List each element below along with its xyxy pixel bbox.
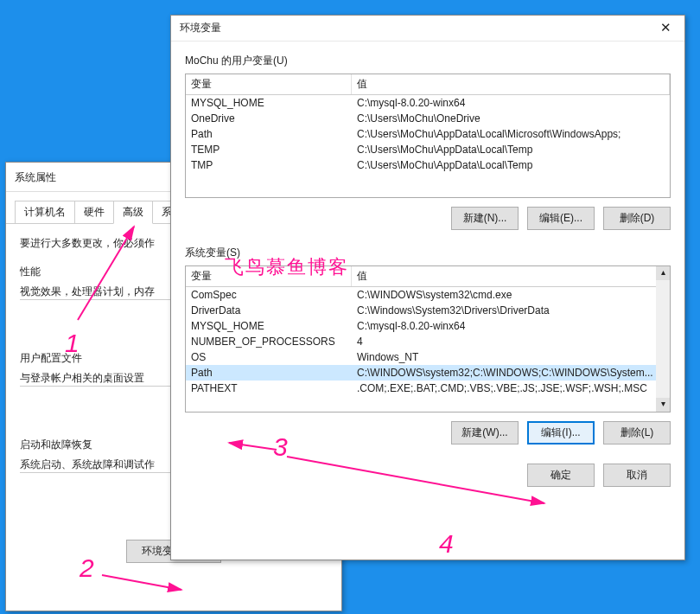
sys-vars-table[interactable]: 变量 值 ComSpecC:\WINDOWS\system32\cmd.exeD… [185,265,671,413]
sys-delete-button[interactable]: 删除(L) [603,421,671,445]
table-row[interactable]: PathC:\WINDOWS\system32;C:\WINDOWS;C:\WI… [186,365,670,381]
cell-var-name: NUMBER_OF_PROCESSORS [186,334,352,349]
cell-var-value: C:\Users\MoChu\OneDrive [352,111,670,126]
table-row[interactable]: MYSQL_HOMEC:\mysql-8.0.20-winx64 [186,318,670,334]
cell-var-name: TMP [186,157,352,173]
table-row[interactable]: MYSQL_HOMEC:\mysql-8.0.20-winx64 [186,95,670,111]
col-variable[interactable]: 变量 [186,266,352,286]
tab-computer-name[interactable]: 计算机名 [15,201,75,223]
user-vars-group-title: MoChu 的用户变量(U) [185,54,671,68]
table-row[interactable]: PATHEXT.COM;.EXE;.BAT;.CMD;.VBS;.VBE;.JS… [186,381,670,396]
cell-var-value: C:\WINDOWS\system32\cmd.exe [352,287,670,303]
dialog-title: 环境变量 [180,21,221,35]
user-delete-button[interactable]: 删除(D) [603,207,671,230]
user-edit-button[interactable]: 编辑(E)... [527,207,595,230]
cell-var-value: C:\Users\MoChu\AppData\Local\Temp [352,157,670,173]
cell-var-name: ComSpec [186,287,352,303]
col-variable[interactable]: 变量 [186,74,352,94]
cell-var-name: Path [186,365,352,381]
cell-var-value: .COM;.EXE;.BAT;.CMD;.VBS;.VBE;.JS;.JSE;.… [352,381,670,396]
cell-var-name: DriverData [186,303,352,318]
cell-var-name: Path [186,126,352,142]
cell-var-name: MYSQL_HOME [186,95,352,111]
sys-edit-button[interactable]: 编辑(I)... [527,421,595,445]
table-row[interactable]: TMPC:\Users\MoChu\AppData\Local\Temp [186,157,670,173]
table-row[interactable]: TEMPC:\Users\MoChu\AppData\Local\Temp [186,142,670,157]
table-row[interactable]: ComSpecC:\WINDOWS\system32\cmd.exe [186,287,670,303]
cell-var-value: 4 [352,334,670,349]
cell-var-value: C:\Users\MoChu\AppData\Local\Microsoft\W… [352,126,670,142]
cancel-button[interactable]: 取消 [603,464,671,487]
cell-var-name: OS [186,349,352,365]
table-row[interactable]: NUMBER_OF_PROCESSORS4 [186,334,670,349]
cell-var-name: PATHEXT [186,381,352,396]
cell-var-value: C:\mysql-8.0.20-winx64 [352,318,670,334]
ok-button[interactable]: 确定 [527,464,595,487]
cell-var-value: C:\Users\MoChu\AppData\Local\Temp [352,142,670,157]
scrollbar[interactable]: ▴ ▾ [656,266,670,412]
col-value[interactable]: 值 [352,266,670,286]
cell-var-name: MYSQL_HOME [186,318,352,334]
scroll-down-icon[interactable]: ▾ [656,398,670,412]
scroll-up-icon[interactable]: ▴ [656,266,670,280]
user-vars-table[interactable]: 变量 值 MYSQL_HOMEC:\mysql-8.0.20-winx64One… [185,74,671,198]
table-row[interactable]: OneDriveC:\Users\MoChu\OneDrive [186,111,670,126]
cell-var-name: OneDrive [186,111,352,126]
cell-var-value: C:\mysql-8.0.20-winx64 [352,95,670,111]
sys-vars-group-title: 系统变量(S) [185,246,671,260]
table-row[interactable]: OSWindows_NT [186,349,670,365]
cell-var-value: Windows_NT [352,349,670,365]
sys-new-button[interactable]: 新建(W)... [451,421,519,445]
table-row[interactable]: DriverDataC:\Windows\System32\Drivers\Dr… [186,303,670,318]
col-value[interactable]: 值 [352,74,670,94]
close-icon[interactable]: ✕ [646,16,684,42]
tab-advanced[interactable]: 高级 [113,201,153,224]
cell-var-name: TEMP [186,142,352,157]
table-row[interactable]: PathC:\Users\MoChu\AppData\Local\Microso… [186,126,670,142]
tab-hardware[interactable]: 硬件 [74,201,114,223]
dialog-titlebar: 环境变量 ✕ [171,16,684,42]
cell-var-value: C:\Windows\System32\Drivers\DriverData [352,303,670,318]
cell-var-value: C:\WINDOWS\system32;C:\WINDOWS;C:\WINDOW… [352,365,670,381]
environment-variables-dialog: 环境变量 ✕ MoChu 的用户变量(U) 变量 值 MYSQL_HOMEC:\… [170,15,685,560]
user-new-button[interactable]: 新建(N)... [451,207,519,230]
